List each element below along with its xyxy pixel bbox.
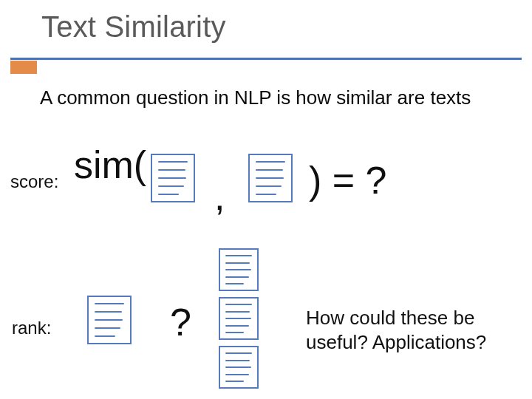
intro-text: A common question in NLP is how similar … bbox=[40, 86, 483, 110]
document-icon bbox=[87, 296, 132, 344]
applications-text: How could these be useful? Applications? bbox=[306, 306, 513, 354]
text-lines bbox=[158, 161, 188, 195]
document-icon bbox=[219, 346, 259, 389]
score-label: score: bbox=[10, 171, 58, 192]
document-icon bbox=[219, 248, 259, 291]
document-icon bbox=[151, 154, 195, 202]
sim-comma: , bbox=[214, 174, 225, 219]
rank-question-mark: ? bbox=[170, 300, 191, 344]
slide-title: Text Similarity bbox=[41, 10, 226, 44]
text-lines bbox=[225, 352, 252, 382]
text-lines bbox=[256, 161, 285, 195]
title-underline bbox=[10, 58, 522, 60]
document-icon bbox=[248, 154, 293, 202]
text-lines bbox=[225, 304, 252, 333]
rank-label: rank: bbox=[12, 318, 51, 338]
sim-open-text: sim( bbox=[74, 145, 146, 185]
slide: Text Similarity A common question in NLP… bbox=[0, 0, 532, 399]
accent-box bbox=[10, 61, 37, 74]
text-lines bbox=[225, 255, 252, 284]
text-lines bbox=[95, 303, 124, 337]
document-icon bbox=[219, 297, 259, 340]
sim-close-eq-text: ) = ? bbox=[309, 158, 387, 202]
